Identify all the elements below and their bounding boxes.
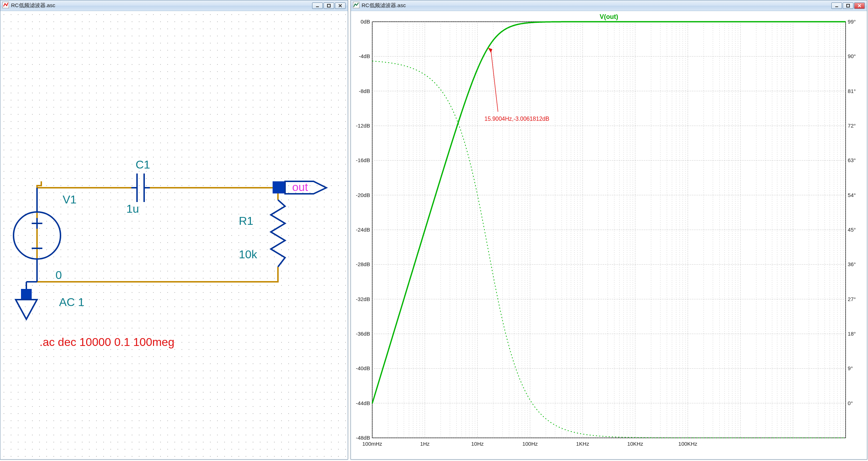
y-left-tick: -4dB <box>359 53 370 59</box>
svg-rect-18 <box>273 181 285 193</box>
y-right-tick: 36° <box>848 261 856 267</box>
out-net-label[interactable]: out <box>292 181 308 193</box>
y-right-tick: 54° <box>848 192 856 198</box>
y-left-tick: -48dB <box>356 435 370 441</box>
trace-name-label[interactable]: V(out) <box>600 13 618 20</box>
x-tick: 100mHz <box>362 441 382 447</box>
y-left-tick: -16dB <box>356 157 370 163</box>
y-right-tick: 0° <box>848 400 853 406</box>
x-tick: 100KHz <box>678 441 697 447</box>
svg-rect-21 <box>847 4 849 7</box>
y-left-tick: -24dB <box>356 227 370 233</box>
v1-value[interactable]: AC 1 <box>59 296 84 309</box>
magnitude-trace[interactable] <box>372 22 846 403</box>
plot-title: RC低频滤波器.asc <box>362 2 831 9</box>
ltspice-plot-icon <box>353 2 359 9</box>
c1-name[interactable]: C1 <box>136 158 150 171</box>
y-right-tick: 45° <box>848 227 856 233</box>
x-tick: 1Hz <box>420 441 430 447</box>
y-right-tick: 63° <box>848 157 856 163</box>
y-left-tick: -8dB <box>359 88 370 94</box>
y-left-tick: -40dB <box>356 365 370 371</box>
r1-value[interactable]: 10k <box>239 248 258 261</box>
spice-directive[interactable]: .ac dec 10000 0.1 100meg <box>40 336 174 348</box>
ltspice-icon <box>2 2 9 9</box>
plot-minimize-button[interactable] <box>831 2 842 9</box>
x-tick: 100Hz <box>522 441 538 447</box>
r1-name[interactable]: R1 <box>239 214 253 227</box>
y-right-tick: 99° <box>848 19 856 25</box>
phase-trace[interactable] <box>372 61 846 438</box>
y-right-tick: 18° <box>848 331 856 337</box>
y-right-tick: 72° <box>848 123 856 129</box>
y-left-tick: -12dB <box>356 123 370 129</box>
y-left-tick: -44dB <box>356 400 370 406</box>
minimize-button[interactable] <box>312 2 323 9</box>
y-right-tick: 81° <box>848 88 856 94</box>
svg-rect-2 <box>327 4 330 7</box>
plot-window: RC低频滤波器.asc 0dB-4dB-8dB-12dB-16dB-20dB-2… <box>351 0 867 460</box>
y-right-tick: 9° <box>848 365 853 371</box>
y-left-tick: -36dB <box>356 331 370 337</box>
y-right-tick: 27° <box>848 296 856 302</box>
plot-canvas[interactable]: 0dB-4dB-8dB-12dB-16dB-20dB-24dB-28dB-32d… <box>351 11 867 459</box>
svg-line-120 <box>491 50 498 112</box>
v1-name[interactable]: V1 <box>63 193 77 206</box>
schematic-titlebar[interactable]: RC低频滤波器.asc <box>0 0 348 11</box>
close-button[interactable] <box>335 2 346 9</box>
maximize-button[interactable] <box>323 2 334 9</box>
y-left-tick: -20dB <box>356 192 370 198</box>
y-left-tick: -28dB <box>356 261 370 267</box>
plot-maximize-button[interactable] <box>843 2 853 9</box>
x-tick: 1KHz <box>576 441 589 447</box>
plot-titlebar[interactable]: RC低频滤波器.asc <box>351 0 867 11</box>
gnd-net[interactable]: 0 <box>56 269 62 281</box>
y-left-tick: -32dB <box>356 296 370 302</box>
schematic-title: RC低频滤波器.asc <box>11 2 312 9</box>
svg-rect-0 <box>2 2 9 8</box>
y-right-tick: 90° <box>848 53 856 59</box>
cursor-annotation: 15.9004Hz,-3.0061812dB <box>484 116 549 122</box>
x-tick: 10KHz <box>627 441 643 447</box>
x-tick: 10Hz <box>471 441 484 447</box>
y-left-tick: 0dB <box>361 19 370 25</box>
schematic-window: RC低频滤波器.asc <box>0 0 348 460</box>
svg-rect-15 <box>21 289 32 300</box>
schematic-canvas[interactable]: C1 1u R1 10k V1 0 AC 1 out .ac dec 10000… <box>0 11 348 459</box>
plot-close-button[interactable] <box>854 2 865 9</box>
c1-value[interactable]: 1u <box>126 202 139 215</box>
